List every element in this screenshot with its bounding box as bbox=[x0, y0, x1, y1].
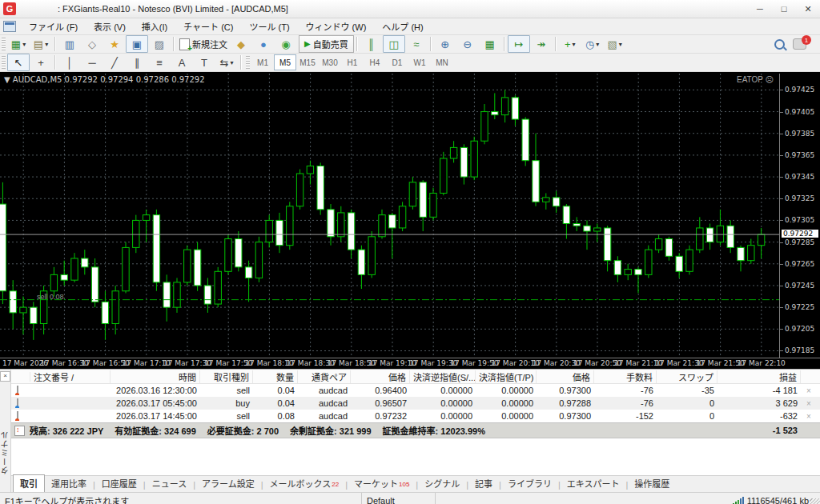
strategy-tester-icon: ▨ bbox=[155, 39, 164, 50]
auto-scroll-icon: ↦ bbox=[514, 39, 523, 50]
templates-button[interactable]: ▧▾ bbox=[604, 35, 626, 53]
candlestick-chart-type-button[interactable]: ◫ bbox=[383, 35, 405, 53]
chart-shift-button[interactable]: ↠ bbox=[530, 35, 553, 53]
tab-9[interactable]: ライブラリ bbox=[501, 475, 558, 492]
menu-item-5[interactable]: ウィンドウ (W) bbox=[298, 18, 375, 34]
crosshair-button[interactable]: + bbox=[30, 54, 52, 71]
column-header-1[interactable]: 時間 bbox=[111, 370, 200, 383]
close-position-icon[interactable]: × bbox=[801, 412, 817, 421]
menu-item-2[interactable]: 挿入(I) bbox=[134, 18, 175, 34]
close-position-icon[interactable]: × bbox=[801, 386, 817, 395]
timeframe-button-mn[interactable]: MN bbox=[431, 54, 453, 70]
new-order-button[interactable]: 新規注文 bbox=[177, 35, 230, 53]
timeframe-button-m5[interactable]: M5 bbox=[274, 54, 296, 70]
column-header-9[interactable]: 手数料 bbox=[594, 370, 657, 383]
column-header-0[interactable]: 注文番号 / bbox=[30, 370, 111, 383]
column-header-11[interactable]: 損益 bbox=[718, 370, 801, 383]
table-row[interactable]: 2026.03.16 12:30:00sell0.04audcad0.96400… bbox=[11, 384, 820, 397]
timeframe-button-h4[interactable]: H4 bbox=[364, 54, 386, 70]
indicators-button[interactable]: +▾ bbox=[559, 35, 581, 53]
column-header-3[interactable]: 数量 bbox=[253, 370, 298, 383]
column-header-2[interactable]: 取引種別 bbox=[200, 370, 253, 383]
timeframe-button-m30[interactable]: M30 bbox=[319, 54, 341, 70]
chart-window-icon[interactable] bbox=[3, 21, 16, 32]
tab-4[interactable]: アラーム設定 bbox=[195, 475, 261, 492]
timeframe-button-w1[interactable]: W1 bbox=[408, 54, 431, 70]
menu-item-6[interactable]: ヘルプ (H) bbox=[374, 18, 431, 34]
autotrading-button[interactable]: ▶自動売買 bbox=[299, 35, 354, 53]
community-button[interactable]: ● bbox=[252, 35, 275, 53]
column-header-7[interactable]: 決済指値(T/P) bbox=[476, 370, 537, 383]
horizontal-line-button[interactable]: ─ bbox=[81, 54, 103, 71]
column-header-4[interactable]: 通貨ペア bbox=[298, 370, 351, 383]
close-position-icon[interactable]: × bbox=[801, 399, 817, 408]
data-window-button[interactable]: ◇ bbox=[81, 35, 103, 53]
toolbar-grip[interactable] bbox=[2, 38, 6, 50]
market-watch-button[interactable]: ▥ bbox=[58, 35, 81, 53]
price-tick-mark bbox=[780, 329, 783, 330]
tab-3[interactable]: ニュース bbox=[146, 475, 193, 492]
column-header-5[interactable]: 価格 bbox=[351, 370, 410, 383]
header-close-column bbox=[801, 372, 817, 382]
strategy-tester-button[interactable]: ▨ bbox=[148, 35, 171, 53]
minimize-button[interactable]: ─ bbox=[748, 0, 772, 18]
metaeditor-button[interactable]: ◆ bbox=[230, 35, 252, 53]
timeframe-button-d1[interactable]: D1 bbox=[386, 54, 408, 70]
profile-selector[interactable]: Default bbox=[362, 493, 436, 504]
cursor-button[interactable]: ↖ bbox=[7, 54, 30, 71]
menu-item-0[interactable]: ファイル (F) bbox=[21, 18, 86, 34]
terminal-button[interactable]: ▣ bbox=[126, 35, 148, 53]
timeframe-button-m1[interactable]: M1 bbox=[251, 54, 274, 70]
candle-body bbox=[481, 112, 488, 142]
trendline-button[interactable]: ╱ bbox=[103, 54, 126, 71]
tab-7[interactable]: シグナル bbox=[418, 475, 466, 492]
candlestick-chart[interactable] bbox=[0, 74, 779, 358]
tab-2[interactable]: 口座履歴 bbox=[95, 475, 143, 492]
table-row[interactable]: 2026.03.17 05:45:00buy0.04audcad0.965070… bbox=[11, 397, 820, 410]
ea-label[interactable]: EATOP ☹ bbox=[737, 75, 774, 84]
menu-item-4[interactable]: ツール (T) bbox=[241, 18, 297, 34]
column-header-6[interactable]: 決済逆指値(S/... bbox=[410, 370, 476, 383]
zoom-in-button[interactable]: ⊕ bbox=[434, 35, 456, 53]
auto-scroll-button[interactable]: ↦ bbox=[508, 35, 530, 53]
tab-11[interactable]: 操作履歴 bbox=[628, 475, 676, 492]
column-header-8[interactable]: 価格 bbox=[537, 370, 594, 383]
terminal-close-icon[interactable]: × bbox=[0, 371, 10, 382]
tab-10[interactable]: エキスパート bbox=[561, 475, 626, 492]
tile-windows-button[interactable]: ▦ bbox=[479, 35, 501, 53]
bar-chart-type-button[interactable]: ║ bbox=[360, 35, 383, 53]
tab-0[interactable]: 取引 bbox=[13, 474, 45, 492]
traffic-text: 1116545/461 kb bbox=[747, 496, 809, 504]
column-header-10[interactable]: スワップ bbox=[657, 370, 718, 383]
chart-area[interactable]: ▼ AUDCAD,M5 0.97292 0.97294 0.97286 0.97… bbox=[0, 72, 820, 369]
periods-button[interactable]: ◷▾ bbox=[581, 35, 604, 53]
resize-grip[interactable] bbox=[810, 498, 820, 504]
menu-item-1[interactable]: 表示 (V) bbox=[86, 18, 134, 34]
fibonacci-button[interactable]: ≡ bbox=[148, 54, 171, 71]
tab-1[interactable]: 運用比率 bbox=[45, 475, 93, 492]
line-chart-type-button[interactable]: ≈ bbox=[405, 35, 428, 53]
tab-8[interactable]: 記事 bbox=[468, 475, 499, 492]
profiles-button[interactable]: ▤▾ bbox=[30, 35, 52, 53]
tab-6[interactable]: マーケット105 bbox=[348, 475, 416, 492]
signals-button[interactable]: ◉ bbox=[275, 35, 297, 53]
toolbar-grip[interactable] bbox=[2, 56, 6, 69]
timeframe-button-h1[interactable]: H1 bbox=[341, 54, 364, 70]
channel-button[interactable]: ∥ bbox=[126, 54, 148, 71]
text-button[interactable]: A bbox=[171, 54, 193, 71]
menu-item-3[interactable]: チャート (C) bbox=[175, 18, 241, 34]
tab-5[interactable]: メールボックス22 bbox=[263, 475, 346, 492]
timeframe-button-m15[interactable]: M15 bbox=[296, 54, 319, 70]
search-button[interactable] bbox=[768, 35, 790, 53]
close-button[interactable]: ✕ bbox=[796, 0, 820, 18]
shapes-button[interactable]: ⇆▾ bbox=[215, 54, 238, 71]
text-label-button[interactable]: T bbox=[193, 54, 215, 71]
maximize-button[interactable]: □ bbox=[772, 0, 796, 18]
table-row[interactable]: 2026.03.17 14:45:00sell0.08audcad0.97232… bbox=[11, 410, 820, 422]
notifications-button[interactable]: 1 bbox=[790, 35, 817, 53]
vertical-line-button[interactable]: │ bbox=[58, 54, 81, 71]
toolbar-grip[interactable] bbox=[246, 56, 250, 69]
zoom-out-button[interactable]: ⊖ bbox=[456, 35, 479, 53]
navigator-button[interactable]: ★ bbox=[103, 35, 126, 53]
new-chart-button[interactable]: ▦▾ bbox=[7, 35, 30, 53]
